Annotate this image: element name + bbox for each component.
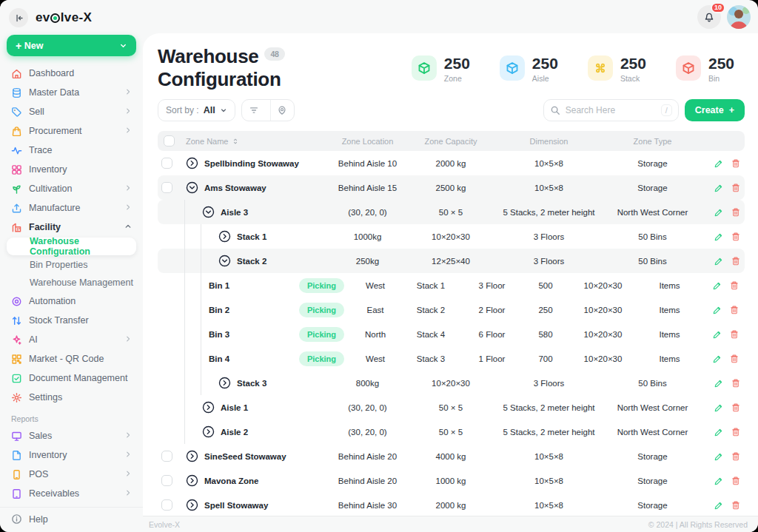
delete-button[interactable] xyxy=(731,183,741,193)
table-row-bin-2[interactable]: Bin 2PickingEastStack 22 Floor25010×20×3… xyxy=(158,297,745,322)
table-row-bin-4[interactable]: Bin 4PickingWestStack 31 Floor70010×20×3… xyxy=(158,346,745,371)
select-all-checkbox[interactable] xyxy=(164,135,175,147)
column-zone-name[interactable]: Zone Name xyxy=(186,137,228,146)
table-row-mavona-zone[interactable]: Mavona ZoneBehind Aisle 201000 kg10×5×8S… xyxy=(158,468,745,493)
delete-button[interactable] xyxy=(731,378,741,388)
edit-button[interactable] xyxy=(714,427,724,437)
create-button[interactable]: Create + xyxy=(685,99,745,121)
user-avatar[interactable] xyxy=(727,5,751,29)
delete-button[interactable] xyxy=(731,451,741,462)
sidebar-item-ai[interactable]: AI xyxy=(7,330,136,349)
edit-button[interactable] xyxy=(714,256,724,266)
sidebar-item-receivables[interactable]: Receivables xyxy=(7,484,136,503)
sparkle-icon xyxy=(11,334,22,346)
sidebar-item-stock-transfer[interactable]: Stock Transfer xyxy=(7,311,136,330)
row-checkbox[interactable] xyxy=(161,451,172,462)
edit-button[interactable] xyxy=(714,378,724,388)
sidebar-item-trace[interactable]: Trace xyxy=(7,141,136,160)
expand-row-icon[interactable] xyxy=(186,474,198,487)
sidebar-item-sell[interactable]: Sell xyxy=(7,102,136,121)
row-checkbox[interactable] xyxy=(161,475,172,486)
edit-button[interactable] xyxy=(714,183,724,193)
sidebar-item-sales[interactable]: Sales xyxy=(7,426,136,445)
sidebar-item-facility[interactable]: Facility xyxy=(7,218,136,237)
edit-button[interactable] xyxy=(714,158,724,169)
delete-button[interactable] xyxy=(729,329,739,340)
sidebar-item-master-data[interactable]: Master Data xyxy=(7,83,136,102)
table-row-aisle-1[interactable]: Aisle 1(30, 20, 0)50 × 55 Stacks, 2 mete… xyxy=(158,395,745,420)
location-filter-button[interactable] xyxy=(270,100,294,121)
sidebar-subitem-bin-properties[interactable]: Bin Properties xyxy=(7,256,136,274)
collapse-row-icon[interactable] xyxy=(218,255,231,267)
sidebar-item-settings[interactable]: Settings xyxy=(7,388,136,407)
table-row-sineseed-stowaway[interactable]: SineSeed StowawayBehind Aisle 204000 kg1… xyxy=(158,444,745,468)
sidebar-collapse-button[interactable] xyxy=(9,8,28,27)
edit-button[interactable] xyxy=(714,207,724,218)
expand-row-icon[interactable] xyxy=(186,450,198,462)
new-button[interactable]: + New xyxy=(7,35,136,56)
delete-button[interactable] xyxy=(731,256,741,266)
sidebar-item-automation[interactable]: Automation xyxy=(7,292,136,311)
sort-arrows-icon[interactable] xyxy=(232,138,239,145)
collapse-row-icon[interactable] xyxy=(202,206,215,218)
table-row-spellbinding-stowaway[interactable]: Spellbinding StowawayBehind Aisle 102000… xyxy=(158,151,745,175)
filter-button[interactable] xyxy=(242,100,266,121)
sort-by-dropdown[interactable]: Sort by : All xyxy=(158,99,235,121)
table-row-stack-2[interactable]: Stack 2250kg12×25×403 Floors50 Bins xyxy=(158,249,745,273)
edit-button[interactable] xyxy=(714,232,724,242)
edit-button[interactable] xyxy=(714,451,724,462)
sidebar-item-procurement[interactable]: Procurement xyxy=(7,121,136,141)
table-row-aisle-3[interactable]: Aisle 3(30, 20, 0)50 × 55 Stacks, 2 mete… xyxy=(158,200,745,224)
edit-button[interactable] xyxy=(714,476,724,486)
table-row-stack-1[interactable]: Stack 11000kg10×20×303 Floors50 Bins xyxy=(158,224,745,249)
search-input[interactable] xyxy=(566,105,656,115)
delete-button[interactable] xyxy=(729,354,739,364)
table-row-stack-3[interactable]: Stack 3800kg10×20×303 Floors50 Bins xyxy=(158,371,745,395)
table-row-bin-3[interactable]: Bin 3PickingNorthStack 46 Floor58010×20×… xyxy=(158,322,745,346)
expand-row-icon[interactable] xyxy=(218,377,231,389)
edit-button[interactable] xyxy=(714,403,724,413)
expand-row-icon[interactable] xyxy=(202,425,215,438)
expand-row-icon[interactable] xyxy=(186,499,198,511)
sidebar-item-help[interactable]: Help xyxy=(0,507,143,532)
sidebar-item-market-qr-code[interactable]: Market - QR Code xyxy=(7,349,136,368)
row-checkbox[interactable] xyxy=(161,182,172,193)
sidebar-subitem-warehouse-management[interactable]: Warehouse Management xyxy=(7,274,136,292)
home-icon xyxy=(11,68,22,79)
sidebar-item-pos[interactable]: POS xyxy=(7,465,136,484)
footer-brand: Evolve-X xyxy=(149,520,180,529)
sidebar-item-dashboard[interactable]: Dashboard xyxy=(7,64,136,83)
delete-button[interactable] xyxy=(729,305,739,315)
edit-button[interactable] xyxy=(712,305,722,315)
edit-button[interactable] xyxy=(714,500,724,511)
delete-button[interactable] xyxy=(731,232,741,242)
expand-row-icon[interactable] xyxy=(202,401,215,414)
notifications-button[interactable]: 10 xyxy=(697,5,721,29)
expand-row-icon[interactable] xyxy=(218,230,231,243)
delete-button[interactable] xyxy=(731,476,741,486)
cell: 50 Bins xyxy=(606,379,699,388)
delete-button[interactable] xyxy=(731,500,741,511)
row-checkbox[interactable] xyxy=(161,499,172,511)
table-row-bin-1[interactable]: Bin 1PickingWestStack 13 Floor50010×20×3… xyxy=(158,273,745,297)
delete-button[interactable] xyxy=(729,280,739,291)
sidebar-subitem-warehouse-configuration[interactable]: Warehouse Configuration xyxy=(7,238,136,255)
expand-row-icon[interactable] xyxy=(186,157,198,169)
edit-button[interactable] xyxy=(712,329,722,340)
sidebar-item-cultivation[interactable]: Cultivation xyxy=(7,179,136,198)
table-row-spell-stowaway[interactable]: Spell StowawayBehind Aisle 302000 kg10×5… xyxy=(158,493,745,516)
collapse-row-icon[interactable] xyxy=(186,181,198,194)
sidebar-item-manufacture[interactable]: Manufacture xyxy=(7,198,136,218)
table-row-aisle-2[interactable]: Aisle 2(30, 20, 0)50 × 55 Stacks, 2 mete… xyxy=(158,420,745,444)
delete-button[interactable] xyxy=(731,158,741,169)
sidebar-item-document-management[interactable]: Document Management xyxy=(7,368,136,388)
delete-button[interactable] xyxy=(731,403,741,413)
row-checkbox[interactable] xyxy=(161,158,172,169)
edit-button[interactable] xyxy=(712,354,722,364)
table-row-ams-stowaway[interactable]: Ams StowawayBehind Aisle 152500 kg10×5×8… xyxy=(158,175,745,200)
edit-button[interactable] xyxy=(712,280,722,291)
delete-button[interactable] xyxy=(731,207,741,218)
sidebar-item-inventory[interactable]: Inventory xyxy=(7,160,136,179)
sidebar-item-inventory[interactable]: Inventory xyxy=(7,445,136,465)
delete-button[interactable] xyxy=(731,427,741,437)
